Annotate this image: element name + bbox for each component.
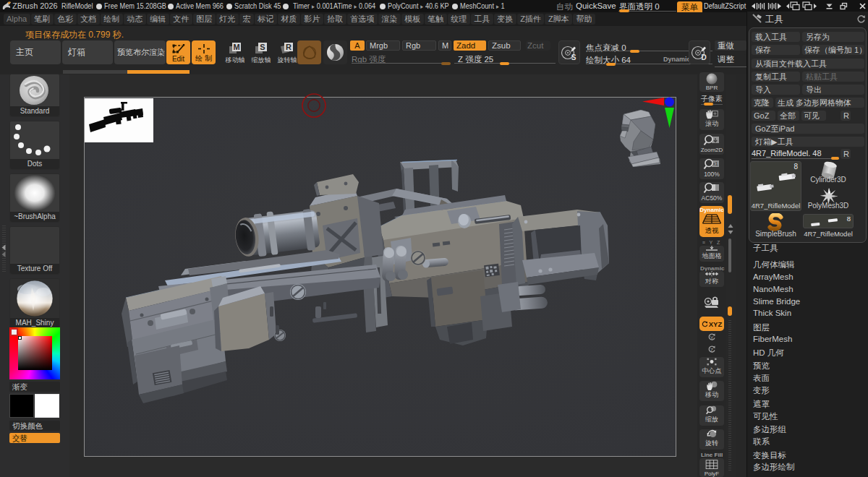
tool-item-polymesh[interactable]: PolyMesh3D xyxy=(803,187,854,211)
palette-reset-icon[interactable] xyxy=(856,14,866,24)
tool-item-cylinder[interactable]: Cylinder3D xyxy=(803,161,854,185)
aa-half-button[interactable]: AC50% xyxy=(699,182,724,203)
menu-transform[interactable]: 变换 xyxy=(494,14,516,25)
shelf-scroll-orange-2[interactable] xyxy=(728,306,732,316)
goz-visible-button[interactable]: 可见 xyxy=(801,111,826,121)
draw-size-handle[interactable] xyxy=(606,63,616,66)
close-icon[interactable] xyxy=(858,1,867,11)
menu-stroke[interactable]: 笔触 xyxy=(425,14,447,25)
rotate-xyz-button[interactable]: XYZ xyxy=(699,317,724,331)
zcut-button[interactable]: Zcut xyxy=(526,40,550,51)
subpixel-slider[interactable]: 子像素 xyxy=(699,94,724,106)
load-tool-button[interactable]: 载入工具 xyxy=(752,32,800,42)
minimize-icon[interactable] xyxy=(825,1,834,11)
home-button[interactable]: 主页 xyxy=(10,40,61,64)
color-picker[interactable] xyxy=(9,327,60,379)
shelf-scroll-handle[interactable] xyxy=(728,239,731,272)
rotate-z-button[interactable]: Z xyxy=(699,344,724,354)
subpalette-nanomesh[interactable]: NanoMesh xyxy=(753,285,793,293)
paste-tool-button[interactable]: 粘贴工具 xyxy=(802,72,864,82)
subpalette-subtool[interactable]: 子工具 xyxy=(753,243,778,254)
draw-button[interactable]: 绘 制 xyxy=(192,40,216,64)
perspective-button[interactable]: Dynamic 透视 xyxy=(699,206,724,237)
zoom-view-button[interactable]: 缩放 xyxy=(699,405,724,426)
ui-next-icon[interactable] xyxy=(767,1,782,11)
rotate-gyro-button[interactable]: R 旋转轴 xyxy=(275,40,299,65)
menu-stencil[interactable]: 模板 xyxy=(401,14,424,25)
a-button[interactable]: A xyxy=(350,40,365,51)
tool-slider-handle[interactable] xyxy=(831,157,839,160)
menu-macro[interactable]: 宏 xyxy=(239,14,254,25)
sv-square[interactable] xyxy=(18,336,52,370)
mrgb-button[interactable]: Mrgb xyxy=(366,40,400,51)
make-polymesh-button[interactable]: 生成 多边形网格物体 xyxy=(775,98,864,108)
goz-r-button[interactable]: R xyxy=(841,111,851,121)
subpalette-preview[interactable]: 预览 xyxy=(753,361,770,371)
current-stroke-thumb[interactable]: Dots xyxy=(9,121,60,170)
clipped-button-1[interactable]: 重做 xyxy=(715,40,746,51)
tray-divider-handle[interactable] xyxy=(1,225,7,273)
focal-shift-slider[interactable]: 焦点衰减 0 xyxy=(586,43,626,53)
subpalette-deformation[interactable]: 变形 xyxy=(753,385,770,396)
alternate-button[interactable]: 交替 xyxy=(9,433,60,443)
copy-tool-button[interactable]: 复制工具 xyxy=(752,72,800,82)
clipped-button-2[interactable]: 调整 xyxy=(715,54,746,64)
goz-ipad-button[interactable]: GoZ至iPad xyxy=(752,124,864,134)
menu-file[interactable]: 文件 xyxy=(170,14,192,25)
rgb-intensity-handle[interactable] xyxy=(441,62,451,65)
subpalette-polypaint[interactable]: 多边形绘制 xyxy=(753,462,795,473)
subpalette-arraymesh[interactable]: ArrayMesh xyxy=(753,272,793,281)
bpr-button[interactable]: BPR xyxy=(699,72,724,92)
zoom2d-button[interactable]: Zoom2D xyxy=(699,134,724,155)
menu-alpha[interactable]: Alpha xyxy=(4,14,30,25)
menu-document[interactable]: 文档 xyxy=(77,14,100,25)
lightbox-tool-button[interactable]: 灯箱▶工具 xyxy=(752,137,864,147)
menu-movie[interactable]: 影片 xyxy=(301,14,323,25)
current-alpha-thumb[interactable]: ~BrushAlpha xyxy=(9,173,60,223)
focal-shift-brush-button[interactable]: S xyxy=(558,40,580,64)
shelf-scroll-arrows-icon[interactable] xyxy=(727,223,734,235)
subpalette-masking[interactable]: 遮罩 xyxy=(753,399,770,410)
menu-draw[interactable]: 绘制 xyxy=(101,14,123,25)
menu-marker[interactable]: 标记 xyxy=(255,14,277,25)
current-brush-thumb[interactable]: Standard xyxy=(9,74,60,117)
tool-r-button[interactable]: R xyxy=(841,149,851,159)
tool-item-riflemodel[interactable]: 8 4R7_RifleModel xyxy=(803,214,854,239)
lightbox-button[interactable]: 灯箱 xyxy=(62,40,113,64)
menu-zplugin[interactable]: Z插件 xyxy=(517,14,545,25)
restore-icon[interactable] xyxy=(839,1,848,11)
ui-prev-icon[interactable] xyxy=(751,1,766,11)
subpixel-handle[interactable] xyxy=(704,103,713,106)
rifle-model[interactable] xyxy=(84,97,676,457)
menu-material[interactable]: 材质 xyxy=(278,14,300,25)
rotate-view-button[interactable]: 旋转 xyxy=(699,429,724,450)
rotate-y-button[interactable]: Y xyxy=(699,332,724,342)
switch-color-button[interactable]: 切换颜色 xyxy=(9,421,60,431)
main-color-swatch[interactable] xyxy=(9,394,34,418)
menu-preferences[interactable]: 首选项 xyxy=(347,14,378,25)
tool-slider-track[interactable] xyxy=(752,158,839,159)
export-button[interactable]: 导出 xyxy=(802,85,864,95)
menu-dynamics[interactable]: 动态 xyxy=(124,14,146,25)
save-inc-button[interactable]: 保存（编号加 1） xyxy=(802,45,864,55)
local-pivot-button[interactable]: 中心点 xyxy=(699,357,724,377)
tool-item-simplebrush[interactable]: SimpleBrush xyxy=(750,214,801,239)
save-as-button[interactable]: 另存为 xyxy=(802,32,864,42)
m-button[interactable]: M xyxy=(438,40,451,51)
viewport-canvas[interactable] xyxy=(69,74,697,477)
tray-collapse-arrow-icon[interactable] xyxy=(1,244,7,257)
subpalette-geometry[interactable]: 几何体编辑 xyxy=(753,259,795,270)
subpalette-slimebridge[interactable]: Slime Bridge xyxy=(753,297,800,306)
import-button[interactable]: 导入 xyxy=(752,85,800,95)
tray-scroll-gray[interactable] xyxy=(63,70,127,74)
material-current-button[interactable] xyxy=(323,40,347,64)
rgb-intensity-track[interactable] xyxy=(352,63,451,64)
subpalette-morphtarget[interactable]: 变换目标 xyxy=(753,450,786,461)
scale-gyro-button[interactable]: S 缩放轴 xyxy=(249,40,273,65)
shelf-scroll-orange-1[interactable] xyxy=(728,195,732,214)
save-button[interactable]: 保存 xyxy=(752,45,800,55)
stroke-current-button[interactable] xyxy=(297,40,321,64)
subpalette-fibermesh[interactable]: FiberMesh xyxy=(753,335,792,343)
current-texture-thumb[interactable]: Texture Off xyxy=(9,226,60,275)
menu-picker[interactable]: 拾取 xyxy=(324,14,346,25)
